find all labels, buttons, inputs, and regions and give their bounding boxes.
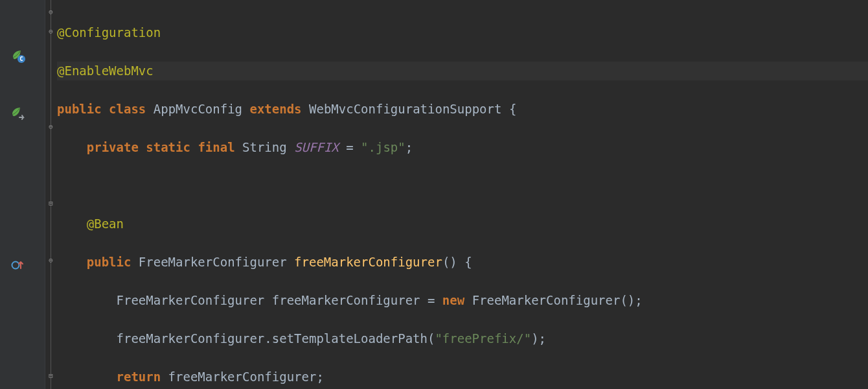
fold-end-icon[interactable]: ⊟ [47, 373, 54, 380]
fold-toggle-icon[interactable]: ⊖ [47, 124, 54, 131]
annotation: @Configuration [57, 25, 161, 40]
code-line[interactable] [57, 176, 868, 196]
code-line[interactable]: @Configuration [57, 23, 868, 43]
code-line[interactable]: freeMarkerConfigurer.setTemplateLoaderPa… [57, 329, 868, 349]
annotation: @Bean [87, 217, 124, 231]
code-line[interactable]: @EnableWebMvc [57, 62, 868, 81]
annotation: @EnableWebMvc [57, 64, 154, 78]
code-area[interactable]: @Configuration @EnableWebMvc public clas… [57, 0, 868, 389]
spring-bean-icon[interactable]: C [10, 48, 26, 64]
code-line[interactable]: @Bean [57, 215, 868, 234]
fold-end-icon[interactable]: ⊟ [47, 200, 54, 207]
fold-column: ⊖ ⊖ ⊖ ⊟ ⊖ ⊟ [45, 0, 57, 389]
spring-publish-icon[interactable] [10, 106, 27, 121]
field-suffix: SUFFIX [294, 140, 339, 154]
svg-text:C: C [19, 56, 23, 62]
code-line[interactable]: public class AppMvcConfig extends WebMvc… [57, 100, 868, 119]
code-line[interactable]: return freeMarkerConfigurer; [57, 368, 868, 387]
gutter: C [0, 0, 45, 389]
override-up-icon[interactable] [10, 258, 25, 272]
code-line[interactable]: FreeMarkerConfigurer freeMarkerConfigure… [57, 291, 868, 311]
fold-toggle-icon[interactable]: ⊖ [47, 29, 54, 36]
fold-toggle-icon[interactable]: ⊖ [47, 257, 54, 265]
fold-toggle-icon[interactable]: ⊖ [47, 9, 54, 16]
code-editor[interactable]: C ⊖ ⊖ ⊖ ⊟ ⊖ ⊟ @Configuration @E [0, 0, 868, 389]
code-line[interactable]: public FreeMarkerConfigurer freeMarkerCo… [57, 253, 868, 272]
code-line[interactable]: private static final String SUFFIX = ".j… [57, 138, 868, 158]
svg-point-2 [12, 262, 19, 269]
method-name: freeMarkerConfigurer [294, 255, 442, 269]
